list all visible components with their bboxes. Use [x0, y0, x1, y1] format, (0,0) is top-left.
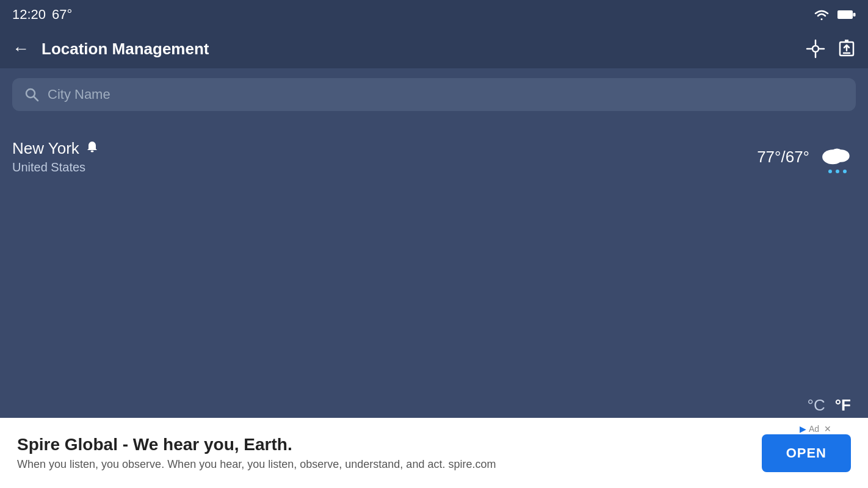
app-header: ← Location Management	[0, 29, 868, 68]
celsius-button[interactable]: °C	[808, 396, 825, 415]
gps-icon	[806, 39, 825, 59]
battery-icon	[837, 9, 856, 20]
svg-point-17	[831, 148, 844, 159]
fahrenheit-button[interactable]: °F	[835, 396, 851, 415]
ad-arrow-icon: ▶	[800, 424, 806, 434]
status-bar: 12:20 67°	[0, 0, 868, 29]
ad-title: Spire Global - We hear you, Earth.	[17, 435, 762, 454]
rain-dot	[843, 170, 847, 173]
back-icon: ←	[12, 39, 29, 59]
page-title: Location Management	[42, 40, 209, 59]
weather-temp: 77°/67°	[757, 148, 809, 167]
search-container	[0, 68, 868, 121]
location-info: New York United States	[12, 139, 99, 174]
location-country: United States	[12, 160, 99, 174]
gps-location-button[interactable]	[806, 39, 825, 59]
location-weather: 77°/67°	[757, 140, 856, 173]
ad-subtitle: When you listen, you observe. When you h…	[17, 458, 762, 471]
rain-dots	[828, 170, 847, 173]
ad-indicator: ▶ Ad ✕	[800, 424, 831, 434]
ad-close-x[interactable]: ✕	[824, 424, 831, 434]
status-temperature: 67°	[52, 7, 72, 23]
status-left: 12:20 67°	[12, 7, 72, 23]
edit-button[interactable]	[837, 40, 856, 58]
svg-line-13	[34, 97, 38, 101]
rain-dot	[828, 170, 832, 173]
ad-right: OPEN	[762, 434, 851, 472]
location-city: New York	[12, 139, 79, 158]
header-left: ← Location Management	[12, 39, 209, 59]
search-input[interactable]	[48, 87, 844, 102]
wifi-icon	[813, 9, 830, 21]
svg-point-2	[812, 46, 819, 52]
weather-icon-wrap	[819, 140, 856, 173]
edit-icon	[837, 40, 856, 58]
rain-dot	[836, 170, 839, 173]
status-right	[813, 9, 856, 21]
ad-content: Spire Global - We hear you, Earth. When …	[17, 435, 762, 471]
bell-icon	[85, 140, 99, 157]
ad-open-button[interactable]: OPEN	[762, 434, 851, 472]
cloud-icon	[819, 140, 856, 167]
header-actions	[806, 39, 856, 59]
search-bar	[12, 78, 856, 111]
ad-banner: ▶ Ad ✕ Spire Global - We hear you, Earth…	[0, 418, 868, 488]
svg-point-14	[90, 150, 93, 152]
status-time: 12:20	[12, 7, 46, 23]
list-item[interactable]: New York United States 77°/67°	[12, 133, 856, 181]
svg-rect-0	[837, 10, 853, 19]
location-list: New York United States 77°/67°	[0, 121, 868, 181]
temp-unit-switcher: °C °F	[808, 396, 851, 415]
back-button[interactable]: ←	[12, 39, 29, 59]
location-name-row: New York	[12, 139, 99, 158]
search-icon	[24, 87, 39, 102]
svg-rect-1	[853, 13, 856, 16]
